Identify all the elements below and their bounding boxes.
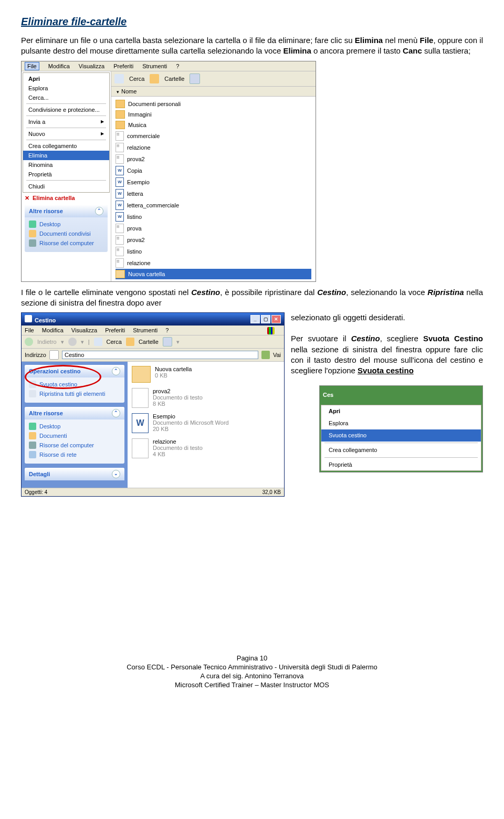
folders-icon[interactable] — [126, 338, 134, 346]
file-name: lettera_commerciale — [127, 202, 179, 208]
menu-file[interactable]: File — [25, 62, 39, 70]
file-row[interactable]: listino — [116, 246, 311, 257]
link-svuota[interactable]: Svuota cestino — [29, 380, 120, 389]
file-name: prova — [127, 225, 142, 232]
ctx-svuota[interactable]: Svuota cestino — [321, 429, 481, 442]
toolbar: Cerca Cartelle — [111, 71, 316, 87]
text-file-icon — [132, 438, 149, 458]
collapse-icon[interactable]: ⌃ — [112, 367, 120, 375]
address-input[interactable] — [62, 351, 258, 359]
file-label: Nuova cartella0 KB — [155, 366, 192, 379]
system-folder-icon — [116, 110, 125, 119]
go-icon[interactable] — [261, 351, 270, 359]
folder-icon — [29, 230, 36, 237]
chevron-down-icon: ▾ — [117, 89, 119, 94]
link-docs[interactable]: Documenti condivisi — [29, 229, 103, 238]
file-name: Nuova cartella — [128, 271, 165, 277]
file-name: Immagini — [128, 111, 152, 118]
link-network[interactable]: Risorse di rete — [29, 450, 120, 459]
menu-proprieta[interactable]: Proprietà — [23, 170, 109, 179]
menu-inviaa[interactable]: Invia a▶ — [23, 117, 109, 127]
link-docs[interactable]: Documenti — [29, 431, 120, 440]
menu-preferiti[interactable]: Preferiti — [113, 63, 133, 69]
search-icon[interactable] — [114, 74, 124, 83]
address-label: Indirizzo — [25, 352, 46, 358]
file-row[interactable]: prova2 — [116, 153, 311, 165]
text-file-icon — [116, 143, 124, 152]
screenshot-context-menu: Ces Apri Esplora Svuota cestino Crea col… — [319, 385, 483, 472]
file-tile[interactable]: WEsempioDocumento di Microsoft Word 20 K… — [132, 413, 280, 433]
link-ripristina[interactable]: Ripristina tutti gli elementi — [29, 389, 120, 398]
desktop-icon — [29, 423, 36, 430]
link-desktop[interactable]: Desktop — [29, 422, 120, 431]
page-footer: Pagina 10 Corso ECDL - Personale Tecnico… — [21, 654, 483, 690]
panel-title: Altre risorse — [29, 208, 63, 214]
ctx-crea[interactable]: Crea collegamento — [321, 444, 481, 456]
file-tile[interactable]: prova2Documento di testo 8 KB — [132, 388, 280, 408]
menu-help[interactable]: ? — [176, 63, 179, 69]
file-name: prova2 — [127, 156, 145, 162]
file-tile[interactable]: relazioneDocumento di testo 4 KB — [132, 438, 280, 458]
menu-apri[interactable]: Apri — [23, 74, 109, 83]
file-row[interactable]: Musica — [116, 120, 311, 130]
menu-rinomina[interactable]: Rinomina — [23, 160, 109, 170]
menu-strumenti[interactable]: Strumenti — [133, 327, 158, 333]
file-row[interactable]: Wlettera — [116, 188, 311, 200]
file-row[interactable]: Nuova cartella — [116, 269, 311, 279]
file-row[interactable]: WEsempio — [116, 176, 311, 188]
menu-strumenti[interactable]: Strumenti — [142, 63, 167, 69]
link-desktop[interactable]: Desktop — [29, 219, 103, 229]
panel-operazioni: Operazioni cestino⌃ Svuota cestino Ripri… — [25, 365, 124, 403]
menu-cerca[interactable]: Cerca... — [23, 93, 109, 102]
menu-visualizza[interactable]: Visualizza — [79, 63, 104, 69]
ctx-proprieta[interactable]: Proprietà — [321, 459, 481, 471]
views-icon[interactable] — [190, 74, 200, 84]
back-icon[interactable] — [25, 338, 33, 346]
views-icon[interactable] — [163, 337, 172, 346]
file-row[interactable]: prova2 — [116, 234, 311, 246]
task-elimina-cartella[interactable]: ✕Elimina cartella — [25, 195, 108, 202]
menu-preferiti[interactable]: Preferiti — [105, 327, 125, 333]
column-header-nome[interactable]: ▾Nome — [111, 87, 316, 97]
file-row[interactable]: relazione — [116, 257, 311, 269]
file-tile[interactable]: Nuova cartella0 KB — [132, 366, 280, 383]
menu-file[interactable]: File — [25, 327, 34, 333]
menu-elimina[interactable]: Elimina — [23, 151, 109, 160]
file-row[interactable]: Immagini — [116, 109, 311, 120]
file-name: Copia — [127, 167, 142, 174]
file-row[interactable]: WCopia — [116, 165, 311, 176]
file-row[interactable]: commerciale — [116, 130, 311, 142]
link-pc[interactable]: Risorse del computer — [29, 440, 120, 450]
titlebar: Cestino _▢✕ — [22, 313, 284, 326]
search-icon[interactable] — [94, 338, 102, 346]
file-label: EsempioDocumento di Microsoft Word 20 KB — [153, 413, 229, 432]
file-row[interactable]: relazione — [116, 142, 311, 153]
file-row[interactable]: Wlettera_commerciale — [116, 200, 311, 211]
close-button[interactable]: ✕ — [271, 315, 281, 323]
menu-creacollegamento[interactable]: Crea collegamento — [23, 141, 109, 151]
file-row[interactable]: prova — [116, 223, 311, 234]
collapse-icon[interactable]: ⌃ — [112, 409, 120, 417]
maximize-button[interactable]: ▢ — [261, 315, 270, 323]
menu-visualizza[interactable]: Visualizza — [71, 327, 97, 333]
expand-icon[interactable]: ⌄ — [112, 470, 120, 478]
menu-modifica[interactable]: Modifica — [42, 327, 64, 333]
collapse-icon[interactable]: ⌃ — [95, 207, 103, 215]
file-row[interactable]: Wlistino — [116, 211, 311, 223]
ctx-esplora[interactable]: Esplora — [321, 417, 481, 429]
menu-esplora[interactable]: Esplora — [23, 83, 109, 93]
menu-help[interactable]: ? — [165, 327, 169, 333]
link-pc[interactable]: Risorse del computer — [29, 238, 103, 248]
minimize-button[interactable]: _ — [250, 315, 260, 323]
menu-nuovo[interactable]: Nuovo▶ — [23, 129, 109, 139]
status-size: 32,0 KB — [262, 489, 281, 495]
ctx-apri[interactable]: Apri — [321, 405, 481, 417]
restore-icon — [29, 390, 36, 397]
menu-modifica[interactable]: Modifica — [48, 63, 70, 69]
menu-chiudi[interactable]: Chiudi — [23, 182, 109, 191]
file-row[interactable]: Documenti personali — [116, 99, 311, 109]
menu-condivisione[interactable]: Condivisione e protezione... — [23, 105, 109, 114]
page-title: Eliminare file-cartelle — [21, 16, 483, 28]
folders-icon[interactable] — [150, 74, 159, 83]
right-column-text: selezionato gli oggetti desiderati. Per … — [291, 312, 483, 472]
